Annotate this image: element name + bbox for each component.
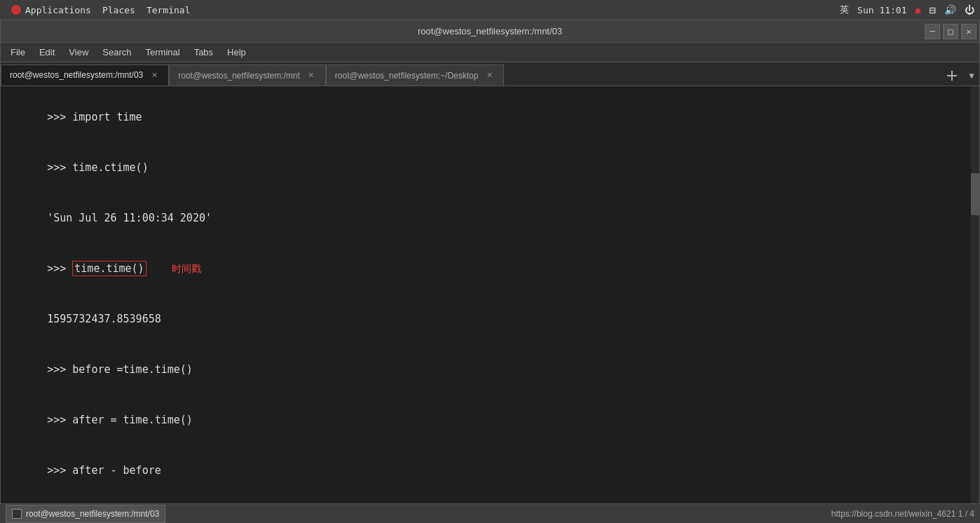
taskbar-item-label: root@westos_netfilesystem:/mnt/03 bbox=[26, 509, 159, 519]
scrollbar-thumb[interactable] bbox=[971, 173, 979, 215]
code-6: before =time.time() bbox=[72, 363, 193, 376]
record-dot: ● bbox=[916, 5, 921, 15]
language-indicator: 英 bbox=[840, 4, 849, 16]
taskbar-url: https://blog.csdn.net/weixin_4621 1 / 4 bbox=[831, 509, 974, 519]
title-bar: root@westos_netfilesystem:/mnt/03 ─ □ ✕ bbox=[1, 20, 979, 43]
terminal-menu[interactable]: Terminal bbox=[141, 0, 196, 20]
terminal-line-8: >>> after - before bbox=[9, 445, 971, 496]
tab-dropdown-arrow[interactable]: ▼ bbox=[964, 66, 979, 86]
places-label: Places bbox=[102, 5, 135, 15]
terminal-line-2: >>> time.ctime() bbox=[9, 142, 971, 193]
terminal-line-1: >>> import time bbox=[9, 92, 971, 142]
code-5: 1595732437.8539658 bbox=[47, 313, 161, 325]
tab-2-close[interactable]: ✕ bbox=[484, 70, 495, 81]
scrollbar[interactable] bbox=[971, 86, 979, 522]
tab-0[interactable]: root@westos_netfilesystem:/mnt/03 ✕ bbox=[1, 64, 169, 86]
prompt-1: >>> bbox=[47, 111, 72, 123]
system-bar: Applications Places Terminal 英 Sun 11:01… bbox=[0, 0, 980, 20]
prompt-4: >>> bbox=[47, 262, 72, 275]
prompt-8: >>> bbox=[47, 464, 72, 477]
volume-icon: 🔊 bbox=[944, 4, 956, 15]
sys-bar-left: Applications Places Terminal bbox=[6, 0, 196, 20]
menu-file[interactable]: File bbox=[4, 43, 32, 62]
svg-rect-1 bbox=[951, 71, 953, 81]
close-button[interactable]: ✕ bbox=[961, 24, 976, 39]
clock: Sun 11:01 bbox=[857, 5, 906, 15]
menu-edit[interactable]: Edit bbox=[32, 43, 62, 62]
menu-help[interactable]: Help bbox=[220, 43, 253, 62]
terminal-line-6: >>> before =time.time() bbox=[9, 344, 971, 395]
power-icon[interactable]: ⏻ bbox=[965, 4, 974, 15]
taskbar-right: https://blog.csdn.net/weixin_4621 1 / 4 bbox=[831, 509, 974, 519]
applications-label: Applications bbox=[25, 5, 91, 15]
terminal-label: Terminal bbox=[147, 5, 191, 15]
tab-0-close[interactable]: ✕ bbox=[149, 69, 160, 81]
tab-2[interactable]: root@westos_netfilesystem:~/Desktop ✕ bbox=[326, 64, 505, 86]
prompt-6: >>> bbox=[47, 363, 72, 376]
terminal-line-4: >>> time.time() 时间戳 bbox=[9, 243, 971, 294]
code-3: 'Sun Jul 26 11:00:34 2020' bbox=[47, 212, 212, 224]
menu-search[interactable]: Search bbox=[95, 43, 138, 62]
terminal-line-7: >>> after = time.time() bbox=[9, 395, 971, 445]
menu-tabs[interactable]: Tabs bbox=[187, 43, 220, 62]
taskbar: root@westos_netfilesystem:/mnt/03 https:… bbox=[0, 503, 980, 523]
terminal-window: root@westos_netfilesystem:/mnt/03 ─ □ ✕ … bbox=[0, 20, 980, 523]
app-icon bbox=[11, 5, 21, 15]
menu-terminal[interactable]: Terminal bbox=[139, 43, 187, 62]
highlighted-code: time.time() bbox=[72, 261, 146, 276]
menu-view[interactable]: View bbox=[62, 43, 95, 62]
window-title: root@westos_netfilesystem:/mnt/03 bbox=[418, 26, 562, 36]
annotation-text: 时间戳 bbox=[172, 263, 201, 274]
tab-0-label: root@westos_netfilesystem:/mnt/03 bbox=[10, 70, 143, 80]
annotation-spacer bbox=[147, 262, 172, 275]
window-controls: ─ □ ✕ bbox=[925, 24, 976, 39]
terminal-content[interactable]: >>> import time >>> time.ctime() 'Sun Ju… bbox=[1, 86, 979, 522]
minimize-button[interactable]: ─ bbox=[925, 24, 940, 39]
tab-1-close[interactable]: ✕ bbox=[306, 70, 317, 81]
taskbar-left: root@westos_netfilesystem:/mnt/03 bbox=[6, 505, 165, 523]
network-icon: ⊟ bbox=[929, 4, 936, 17]
taskbar-terminal-item[interactable]: root@westos_netfilesystem:/mnt/03 bbox=[6, 505, 165, 523]
terminal-line-5: 1595732437.8539658 bbox=[9, 294, 971, 344]
terminal-line-3: 'Sun Jul 26 11:00:34 2020' bbox=[9, 193, 971, 243]
places-menu[interactable]: Places bbox=[97, 0, 141, 20]
tab-2-label: root@westos_netfilesystem:~/Desktop bbox=[335, 71, 479, 81]
sys-bar-right: 英 Sun 11:01 ● ⊟ 🔊 ⏻ bbox=[840, 4, 974, 17]
tabs-bar: root@westos_netfilesystem:/mnt/03 ✕ root… bbox=[1, 62, 979, 86]
taskbar-terminal-icon bbox=[12, 509, 22, 519]
menu-bar: File Edit View Search Terminal Tabs Help bbox=[1, 43, 979, 62]
maximize-button[interactable]: □ bbox=[943, 24, 958, 39]
prompt-7: >>> bbox=[47, 414, 72, 426]
tab-1-label: root@westos_netfilesystem:/mnt bbox=[178, 71, 300, 81]
code-2: time.ctime() bbox=[72, 161, 148, 174]
applications-menu[interactable]: Applications bbox=[6, 0, 97, 20]
tab-1[interactable]: root@westos_netfilesystem:/mnt ✕ bbox=[169, 64, 326, 86]
new-tab-button[interactable] bbox=[941, 66, 962, 86]
code-7: after = time.time() bbox=[72, 414, 193, 426]
code-8: after - before bbox=[72, 464, 161, 477]
prompt-2: >>> bbox=[47, 161, 72, 174]
code-1: import time bbox=[72, 111, 142, 123]
